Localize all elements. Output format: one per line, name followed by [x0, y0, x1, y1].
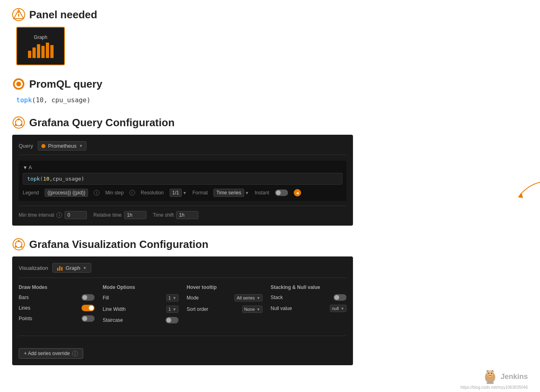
resolution-value: 1/1: [170, 189, 182, 197]
promql-code: topk(10, cpu_usage): [16, 96, 528, 104]
graph-mini-icon: [57, 265, 63, 271]
sort-order-label: Sort order: [187, 306, 208, 312]
time-shift-group: Time shift: [153, 211, 199, 219]
promql-icon: [12, 78, 25, 90]
svg-rect-18: [59, 266, 60, 271]
hover-tooltip-title: Hover tooltip: [187, 284, 262, 290]
legend-info-icon: i: [94, 190, 99, 196]
lines-toggle[interactable]: [82, 305, 95, 311]
bar-5: [46, 43, 49, 58]
svg-point-1: [18, 11, 19, 13]
svg-point-5: [16, 82, 21, 86]
extra-options-row: Min time interval i Relative time Time s…: [19, 206, 346, 219]
viz-dark-panel: Visualization Graph ▼ Draw Modes Bars: [12, 256, 353, 365]
prometheus-dot: [41, 144, 45, 148]
viz-type-label: Graph: [66, 265, 80, 271]
bars-toggle[interactable]: [82, 294, 95, 301]
staircase-row: Staircase: [103, 317, 179, 323]
format-value: Time series: [213, 189, 244, 197]
promql-header: PromQL query: [12, 78, 528, 90]
resolution-dropdown[interactable]: 1/1 ▼: [170, 189, 187, 197]
null-value-value: null: [332, 306, 339, 311]
null-value-row: Null value null ▼: [271, 305, 346, 312]
query-label: Query: [19, 143, 33, 149]
time-shift-input[interactable]: [176, 211, 198, 219]
jenkins-url: https://blog.csdn.net/myy1063835046: [460, 385, 528, 386]
svg-point-24: [491, 373, 492, 374]
stacking-null-group: Stacking & Null value Stack Null value n…: [271, 284, 346, 327]
min-step-info-icon: i: [129, 190, 135, 196]
add-override-info-icon: i: [72, 351, 78, 356]
fill-row: Fill 1 ▼: [103, 294, 179, 302]
sort-order-select[interactable]: None ▼: [242, 306, 262, 313]
sort-order-dropdown-arrow: ▼: [256, 307, 260, 312]
min-step-label: Min step: [105, 190, 123, 196]
viz-type-badge[interactable]: Graph ▼: [52, 263, 91, 273]
format-dropdown[interactable]: Time series ▼: [213, 189, 249, 197]
line-width-select[interactable]: 1 ▼: [166, 306, 179, 313]
lines-label: Lines: [19, 305, 30, 311]
query-param: ,cpu_usage): [49, 176, 84, 182]
lines-row: Lines: [19, 305, 95, 311]
mode-dropdown-arrow: ▼: [256, 296, 260, 300]
draw-modes-title: Draw Modes: [19, 284, 95, 290]
min-time-input[interactable]: [65, 211, 87, 219]
callout-arrow-svg: [516, 177, 540, 201]
svg-point-8: [18, 118, 20, 121]
grafana-viz-title: Grafana Visualization Configuration: [29, 238, 209, 251]
panel-needed-title: Panel needed: [29, 9, 97, 21]
stacking-null-title: Stacking & Null value: [271, 284, 346, 290]
bars-row: Bars: [19, 294, 95, 301]
add-override-button[interactable]: + Add series override i: [19, 348, 83, 359]
min-time-info-icon: i: [56, 212, 62, 218]
query-body: ▼ A topk(10,cpu_usage) Legend {{process}…: [19, 161, 346, 201]
legend-value[interactable]: {{process}} {{pid}}: [45, 189, 88, 197]
svg-point-9: [21, 124, 23, 126]
fill-dropdown-arrow: ▼: [172, 296, 176, 300]
mode-options-title: Mode Options: [103, 284, 179, 290]
viz-options-grid: Draw Modes Bars Lines Points Mode Option…: [19, 284, 346, 327]
mode-select[interactable]: All series ▼: [235, 294, 262, 302]
graph-panel-card[interactable]: Graph: [16, 27, 65, 65]
stack-toggle[interactable]: [333, 294, 346, 301]
stack-row: Stack: [271, 294, 346, 301]
query-input[interactable]: topk(10,cpu_usage): [23, 173, 342, 185]
instant-toggle[interactable]: [275, 190, 288, 196]
grafana-query-section: Grafana Query Configuration Query Promet…: [12, 116, 528, 226]
fill-select[interactable]: 1 ▼: [166, 294, 179, 302]
null-value-dropdown-arrow: ▼: [340, 306, 344, 311]
query-letter: ▼ A: [23, 165, 342, 170]
promql-section: PromQL query topk(10, cpu_usage): [12, 78, 528, 104]
bar-3: [37, 44, 40, 58]
legend-label: Legend: [23, 190, 39, 196]
relative-time-input[interactable]: [124, 211, 146, 219]
svg-point-23: [488, 373, 489, 374]
points-label: Points: [19, 316, 32, 321]
datasource-name: Prometheus: [48, 143, 76, 149]
query-fn: topk: [27, 176, 40, 182]
jenkins-watermark: Jenkins: [483, 369, 528, 384]
null-value-select[interactable]: null ▼: [330, 305, 346, 312]
hover-tooltip-group: Hover tooltip Mode All series ▼ Sort ord…: [187, 284, 262, 327]
panel-needed-header: Panel needed: [12, 8, 528, 21]
staircase-label: Staircase: [103, 317, 123, 323]
staircase-toggle[interactable]: [166, 317, 179, 323]
line-width-value: 1: [168, 307, 171, 312]
mode-value: All series: [237, 295, 255, 300]
grafana-viz-icon: [12, 238, 25, 251]
svg-point-15: [21, 246, 23, 248]
mode-row: Mode All series ▼: [187, 294, 262, 302]
grafana-viz-header: Grafana Visualization Configuration: [12, 238, 528, 251]
svg-point-16: [15, 246, 17, 248]
relative-time-group: Relative time: [93, 211, 146, 219]
fill-label: Fill: [103, 295, 109, 301]
datasource-badge[interactable]: Prometheus ▼: [38, 141, 86, 151]
promql-title: PromQL query: [29, 78, 102, 90]
points-toggle[interactable]: [82, 315, 95, 322]
line-width-label: Line Width: [103, 306, 126, 312]
query-num: 10: [43, 176, 49, 182]
panel-needed-section: Panel needed Graph: [12, 8, 528, 65]
sort-order-row: Sort order None ▼: [187, 306, 262, 313]
svg-point-10: [15, 124, 17, 126]
bars-label: Bars: [19, 295, 29, 300]
